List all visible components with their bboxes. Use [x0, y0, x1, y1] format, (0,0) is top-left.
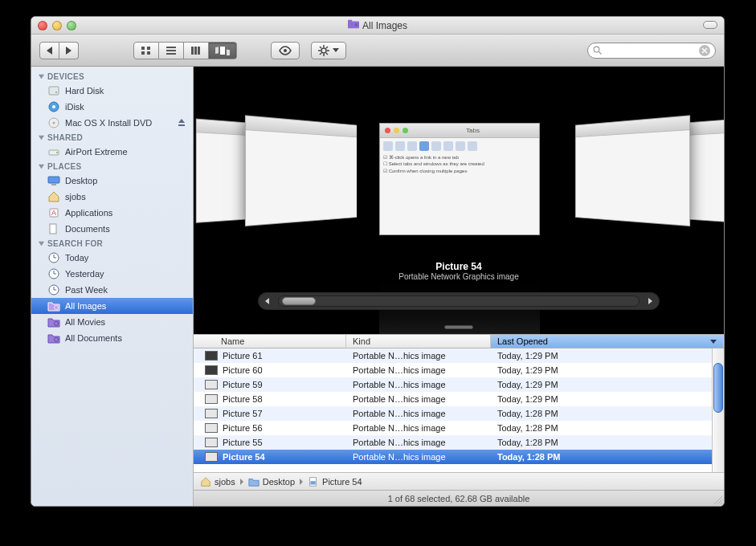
icon-view-button[interactable]	[133, 42, 159, 59]
table-row[interactable]: Picture 58Portable N…hics imageToday, 1:…	[194, 392, 724, 406]
close-button[interactable]	[38, 21, 47, 31]
scrollbar-thumb[interactable]	[713, 363, 723, 413]
sidebar-item-airport-extreme[interactable]: AirPort Extreme	[31, 144, 193, 160]
sidebar-item-all-images[interactable]: All Images	[31, 298, 193, 314]
sidebar-item-past-week[interactable]: Past Week	[31, 282, 193, 298]
disc-icon	[47, 116, 60, 129]
chevron-right-icon	[66, 47, 72, 55]
zoom-button[interactable]	[67, 21, 76, 31]
svg-rect-7	[166, 47, 176, 48]
list-view-button[interactable]	[159, 42, 184, 59]
scroll-track[interactable]	[278, 295, 640, 307]
cell-kind: Portable N…hics image	[346, 351, 491, 361]
sidebar-item-label: Applications	[65, 208, 112, 218]
sidebar-item-mac-os-x-install-dvd[interactable]: Mac OS X Install DVD	[31, 115, 193, 131]
action-menu-button[interactable]	[311, 42, 346, 59]
scroll-left-button[interactable]	[262, 295, 273, 307]
toolbar	[31, 35, 724, 67]
svg-rect-14	[220, 47, 225, 55]
cell-name: Picture 61	[194, 351, 346, 361]
main-area: Tabs	[194, 67, 724, 506]
svg-line-25	[320, 53, 321, 55]
sidebar-section-header[interactable]: PLACES	[31, 160, 193, 173]
sidebar-section-header[interactable]: SHARED	[31, 131, 193, 144]
cell-last-opened: Today, 1:29 PM	[491, 351, 724, 361]
table-row[interactable]: Picture 56Portable N…hics imageToday, 1:…	[194, 421, 724, 435]
table-row[interactable]: Picture 55Portable N…hics imageToday, 1:…	[194, 435, 724, 450]
svg-rect-3	[141, 47, 145, 50]
table-row[interactable]: Picture 59Portable N…hics imageToday, 1:…	[194, 377, 724, 392]
sidebar-item-label: sjobs	[65, 192, 86, 202]
breadcrumb-item[interactable]: Desktop	[248, 476, 295, 487]
breadcrumb-label: sjobs	[215, 477, 235, 487]
minimize-button[interactable]	[52, 21, 62, 31]
sidebar-section-header[interactable]: SEARCH FOR	[31, 237, 193, 250]
sidebar-item-applications[interactable]: AApplications	[31, 205, 193, 221]
sidebar-item-desktop[interactable]: Desktop	[31, 173, 193, 189]
breadcrumb-separator-icon	[298, 479, 304, 485]
clock-icon	[47, 283, 60, 296]
close-icon	[701, 47, 708, 54]
sidebar-item-documents[interactable]: Documents	[31, 221, 193, 237]
breadcrumb-item[interactable]: Picture 54	[308, 476, 362, 487]
cell-name: Picture 57	[194, 409, 346, 418]
sidebar-item-label: iDisk	[65, 102, 84, 112]
split-handle[interactable]	[444, 325, 473, 329]
sidebar-item-all-movies[interactable]: All Movies	[31, 314, 193, 330]
table-row[interactable]: Picture 60Portable N…hics imageToday, 1:…	[194, 363, 724, 377]
coverflow-item-center[interactable]: Tabs	[379, 123, 540, 235]
breadcrumb-item[interactable]: sjobs	[200, 476, 235, 487]
window-title: All Images	[362, 20, 407, 31]
resize-handle[interactable]	[713, 495, 722, 504]
vertical-scrollbar[interactable]	[712, 348, 724, 472]
sidebar-item-label: Mac OS X Install DVD	[65, 118, 152, 128]
svg-rect-5	[141, 51, 145, 55]
coverflow-item[interactable]	[575, 115, 690, 226]
file-thumbnail-icon	[205, 394, 218, 404]
image-file-icon	[308, 476, 319, 487]
sidebar-item-hard-disk[interactable]: Hard Disk	[31, 83, 193, 99]
coverflow-scrollbar[interactable]	[258, 292, 660, 310]
scroll-right-button[interactable]	[644, 295, 656, 307]
svg-point-16	[284, 49, 287, 52]
sidebar-section-header[interactable]: DEVICES	[31, 70, 193, 83]
cell-name: Picture 58	[194, 394, 346, 404]
disclosure-triangle-icon	[38, 163, 45, 170]
coverflow-reflection	[379, 235, 540, 334]
clear-search-button[interactable]	[699, 45, 710, 56]
table-row[interactable]: Picture 54Portable N…hics imageToday, 1:…	[194, 450, 724, 464]
column-header-kind[interactable]: Kind	[346, 335, 491, 348]
back-button[interactable]	[39, 42, 59, 59]
column-header-last-opened[interactable]: Last Opened	[491, 335, 724, 348]
sidebar-item-sjobs[interactable]: sjobs	[31, 189, 193, 205]
list-body[interactable]: Picture 61Portable N…hics imageToday, 1:…	[194, 348, 724, 472]
sidebar-item-idisk[interactable]: iDisk	[31, 99, 193, 115]
gear-icon	[318, 45, 329, 56]
sidebar-item-all-documents[interactable]: All Documents	[31, 330, 193, 346]
search-field[interactable]	[587, 43, 716, 59]
toolbar-toggle-button[interactable]	[703, 21, 717, 29]
eject-button[interactable]	[177, 118, 186, 128]
svg-rect-0	[348, 22, 359, 29]
column-view-button[interactable]	[184, 42, 209, 59]
grid-icon	[141, 46, 152, 55]
eye-icon	[278, 46, 292, 55]
file-thumbnail-icon	[205, 365, 218, 375]
file-thumbnail-icon	[205, 351, 218, 361]
cell-kind: Portable N…hics image	[346, 380, 491, 389]
cell-kind: Portable N…hics image	[346, 409, 491, 418]
quicklook-button[interactable]	[271, 42, 300, 59]
svg-rect-13	[215, 47, 219, 54]
column-header-name[interactable]: Name	[194, 335, 346, 348]
sidebar-item-yesterday[interactable]: Yesterday	[31, 266, 193, 282]
cell-kind: Portable N…hics image	[346, 423, 491, 433]
coverflow-view[interactable]: Tabs	[194, 67, 724, 334]
coverflow-view-button[interactable]	[209, 42, 237, 59]
table-row[interactable]: Picture 57Portable N…hics imageToday, 1:…	[194, 406, 724, 421]
table-row[interactable]: Picture 61Portable N…hics imageToday, 1:…	[194, 348, 724, 363]
scroll-thumb[interactable]	[282, 297, 316, 305]
sidebar-item-today[interactable]: Today	[31, 250, 193, 266]
forward-button[interactable]	[59, 42, 79, 59]
cell-kind: Portable N…hics image	[346, 365, 491, 375]
coverflow-item[interactable]	[245, 115, 357, 226]
